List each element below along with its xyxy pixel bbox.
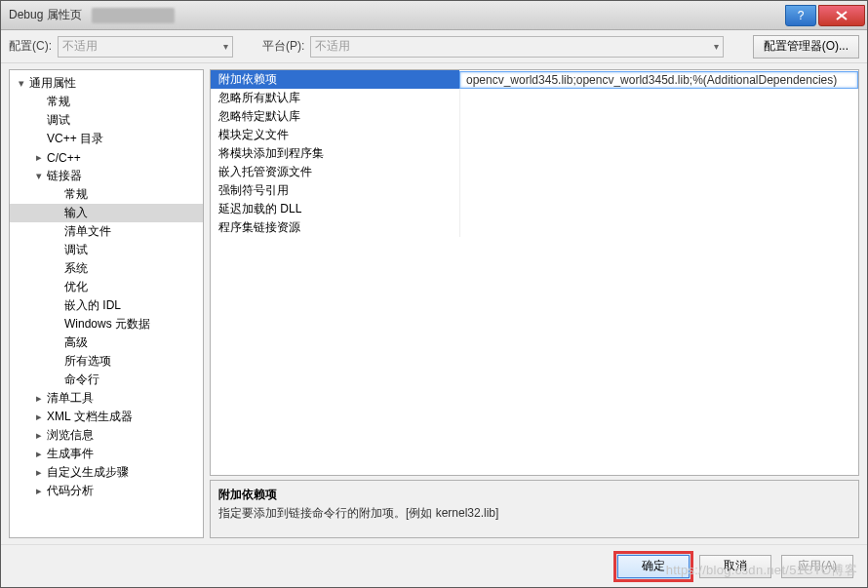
- config-combo[interactable]: 不适用 ▾: [58, 36, 233, 58]
- tree-item[interactable]: ▾链接器: [10, 167, 203, 185]
- tree-item-label: 清单文件: [62, 223, 111, 240]
- tree-item-label: Windows 元数据: [62, 316, 150, 333]
- expand-icon[interactable]: ▸: [33, 448, 45, 460]
- chevron-down-icon: ▾: [223, 41, 228, 52]
- expand-icon[interactable]: ▸: [33, 151, 45, 164]
- tree-item-label: 调试: [62, 242, 88, 258]
- tree-item-label: 通用属性: [27, 75, 76, 92]
- tree-item-label: 链接器: [45, 168, 82, 184]
- help-button[interactable]: ?: [785, 5, 816, 26]
- property-name: 附加依赖项: [211, 70, 459, 89]
- toolbar: 配置(C): 不适用 ▾ 平台(P): 不适用 ▾ 配置管理器(O)...: [1, 30, 867, 63]
- property-value[interactable]: [459, 200, 858, 218]
- property-name: 模块定义文件: [211, 126, 459, 144]
- property-row[interactable]: 忽略所有默认库: [211, 89, 858, 107]
- property-value[interactable]: [459, 218, 858, 237]
- title-bar: Debug 属性页 ?: [1, 1, 867, 30]
- config-value: 不适用: [62, 38, 98, 55]
- tree-item[interactable]: 调试: [10, 241, 203, 259]
- property-value[interactable]: [459, 126, 858, 144]
- property-row[interactable]: 嵌入托管资源文件: [211, 163, 858, 181]
- property-name: 将模块添加到程序集: [211, 144, 459, 163]
- tree-item[interactable]: 系统: [10, 259, 203, 278]
- tree-item-label: 高级: [62, 334, 88, 351]
- tree-item-label: 调试: [45, 112, 70, 129]
- tree-item-label: 系统: [62, 260, 88, 277]
- tree-item[interactable]: ▸浏览信息: [10, 426, 203, 445]
- tree-item[interactable]: VC++ 目录: [10, 130, 203, 148]
- tree-item[interactable]: Windows 元数据: [10, 315, 203, 333]
- cancel-button[interactable]: 取消: [699, 555, 771, 578]
- property-grid[interactable]: 附加依赖项opencv_world345.lib;opencv_world345…: [210, 69, 859, 476]
- config-label: 配置(C):: [9, 38, 52, 55]
- nav-tree[interactable]: ▾通用属性常规调试VC++ 目录▸C/C++▾链接器常规输入清单文件调试系统优化…: [9, 69, 204, 538]
- apply-button[interactable]: 应用(A): [781, 555, 853, 578]
- property-row[interactable]: 强制符号引用: [211, 181, 858, 200]
- tree-item[interactable]: 常规: [10, 185, 203, 204]
- property-name: 嵌入托管资源文件: [211, 163, 459, 181]
- window-buttons: ?: [785, 5, 865, 26]
- property-value[interactable]: [459, 144, 858, 163]
- property-name: 忽略所有默认库: [211, 89, 459, 107]
- property-value[interactable]: [459, 89, 858, 107]
- tree-item[interactable]: ▸XML 文档生成器: [10, 408, 203, 426]
- property-row[interactable]: 模块定义文件: [211, 126, 858, 144]
- expand-icon[interactable]: ▸: [33, 429, 45, 442]
- title-blurred: [92, 8, 175, 23]
- tree-item-label: XML 文档生成器: [45, 409, 133, 425]
- property-value[interactable]: [459, 163, 858, 181]
- expand-icon[interactable]: ▾: [16, 77, 27, 90]
- tree-item-label: 浏览信息: [45, 427, 94, 444]
- tree-item-label: 常规: [45, 94, 70, 110]
- tree-item[interactable]: 高级: [10, 333, 203, 352]
- config-manager-button[interactable]: 配置管理器(O)...: [753, 35, 859, 59]
- tree-item[interactable]: ▸C/C++: [10, 148, 203, 167]
- tree-item-label: 代码分析: [45, 483, 94, 499]
- property-name: 程序集链接资源: [211, 218, 459, 237]
- tree-item-label: 自定义生成步骤: [45, 464, 129, 481]
- tree-item[interactable]: 常规: [10, 93, 203, 111]
- tree-item[interactable]: ▸清单工具: [10, 389, 203, 408]
- tree-item[interactable]: 输入: [10, 204, 203, 222]
- tree-item[interactable]: ▾通用属性: [10, 74, 203, 93]
- dialog-footer: 确定 取消 应用(A) https://blog.csdn.net/51CTO博…: [1, 544, 867, 587]
- expand-icon[interactable]: ▸: [33, 411, 45, 423]
- property-value[interactable]: opencv_world345.lib;opencv_world345d.lib…: [459, 71, 858, 89]
- property-row[interactable]: 忽略特定默认库: [211, 107, 858, 126]
- chevron-down-icon: ▾: [714, 41, 719, 52]
- platform-combo[interactable]: 不适用 ▾: [310, 36, 723, 58]
- tree-item[interactable]: 清单文件: [10, 222, 203, 241]
- property-name: 强制符号引用: [211, 181, 459, 200]
- tree-item[interactable]: 命令行: [10, 371, 203, 389]
- tree-item[interactable]: 嵌入的 IDL: [10, 296, 203, 315]
- tree-item[interactable]: 优化: [10, 278, 203, 296]
- tree-item[interactable]: ▸代码分析: [10, 482, 203, 500]
- dialog-window: Debug 属性页 ? 配置(C): 不适用 ▾ 平台(P): 不适用 ▾ 配置…: [0, 0, 868, 588]
- property-row[interactable]: 程序集链接资源: [211, 218, 858, 237]
- tree-item[interactable]: 所有选项: [10, 352, 203, 371]
- tree-item-label: VC++ 目录: [45, 131, 103, 147]
- property-row[interactable]: 将模块添加到程序集: [211, 144, 858, 163]
- right-pane: 附加依赖项opencv_world345.lib;opencv_world345…: [210, 69, 859, 538]
- platform-label: 平台(P):: [262, 38, 304, 55]
- property-row[interactable]: 附加依赖项opencv_world345.lib;opencv_world345…: [211, 70, 858, 89]
- property-name: 忽略特定默认库: [211, 107, 459, 126]
- property-row[interactable]: 延迟加载的 DLL: [211, 200, 858, 218]
- tree-item[interactable]: ▸生成事件: [10, 445, 203, 463]
- expand-icon[interactable]: ▸: [33, 485, 45, 497]
- expand-icon[interactable]: ▸: [33, 392, 45, 405]
- tree-item-label: 清单工具: [45, 390, 94, 407]
- tree-item-label: 嵌入的 IDL: [62, 297, 121, 314]
- ok-button[interactable]: 确定: [617, 555, 690, 578]
- expand-icon[interactable]: ▾: [33, 170, 45, 182]
- tree-item-label: C/C++: [45, 151, 81, 165]
- expand-icon[interactable]: ▸: [33, 466, 45, 479]
- tree-item[interactable]: 调试: [10, 111, 203, 130]
- content-area: ▾通用属性常规调试VC++ 目录▸C/C++▾链接器常规输入清单文件调试系统优化…: [1, 63, 867, 544]
- tree-item[interactable]: ▸自定义生成步骤: [10, 463, 203, 482]
- property-value[interactable]: [459, 181, 858, 200]
- tree-item-label: 生成事件: [45, 446, 94, 462]
- property-value[interactable]: [459, 107, 858, 126]
- tree-item-label: 所有选项: [62, 353, 111, 370]
- close-button[interactable]: [818, 5, 865, 26]
